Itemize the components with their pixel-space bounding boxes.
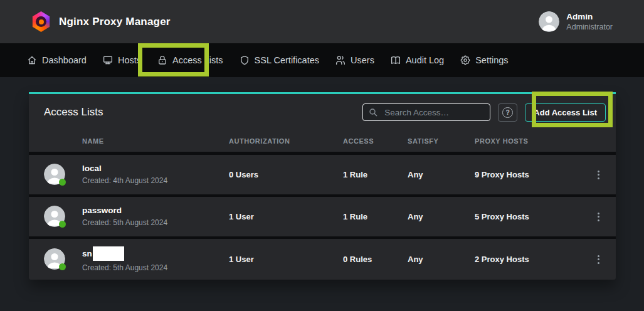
nav-item-label: Dashboard <box>42 55 87 65</box>
user-text: Admin Administrator <box>566 12 613 31</box>
access-lists-panel: Access Lists ? Add Access List NAME AUTH… <box>29 92 616 280</box>
access-cell: 1 Rule <box>343 212 408 221</box>
name-lines: local Created: 4th August 2024 <box>82 164 167 186</box>
proxy-hosts-cell: 5 Proxy Hosts <box>475 212 581 221</box>
authorization-cell: 0 Users <box>229 170 343 179</box>
column-header-name: NAME <box>29 137 229 145</box>
satisfy-cell: Any <box>408 170 475 179</box>
avatar-icon <box>539 11 559 32</box>
status-online-dot <box>59 179 66 186</box>
nav-item-label: Access Lists <box>172 55 223 65</box>
user-menu[interactable]: Admin Administrator <box>539 11 613 32</box>
row-actions-menu-icon[interactable] <box>594 209 603 225</box>
status-online-dot <box>59 221 66 228</box>
authorization-cell: 1 User <box>229 212 343 221</box>
user-role: Administrator <box>566 23 613 31</box>
logo-core <box>36 16 46 27</box>
created-date: Created: 4th August 2024 <box>82 176 167 185</box>
nav-item-label: SSL Certificates <box>255 55 319 65</box>
table-row[interactable]: password Created: 5th August 2024 1 User… <box>29 197 616 236</box>
user-avatar <box>539 11 559 32</box>
gear-icon <box>460 55 471 66</box>
row-actions-menu-icon[interactable] <box>594 251 603 268</box>
nav-item-ssl-certificates[interactable]: SSL Certificates <box>239 55 319 66</box>
name-cell: sn Created: 5th August 2024 <box>29 246 229 272</box>
name-cell: password Created: 5th August 2024 <box>29 206 229 228</box>
help-icon: ? <box>502 107 513 118</box>
book-icon <box>390 55 401 66</box>
nav-item-users[interactable]: Users <box>335 55 374 66</box>
app-logo-icon <box>31 11 51 32</box>
nav-item-label: Settings <box>475 55 508 65</box>
column-header-satisfy: SATISFY <box>408 137 475 145</box>
table-row[interactable]: local Created: 4th August 2024 0 Users 1… <box>29 155 616 194</box>
help-button[interactable]: ? <box>498 103 517 122</box>
page-title: Access Lists <box>44 106 362 119</box>
nav-item-label: Audit Log <box>406 55 444 65</box>
name-cell: local Created: 4th August 2024 <box>29 164 229 186</box>
created-date: Created: 5th August 2024 <box>82 263 167 272</box>
name-lines: sn Created: 5th August 2024 <box>82 246 167 272</box>
row-actions-menu-icon[interactable] <box>594 167 603 183</box>
column-header-access: ACCESS <box>343 137 408 145</box>
column-header-proxy-hosts: PROXY HOSTS <box>475 137 581 145</box>
table-header: NAME AUTHORIZATION ACCESS SATISFY PROXY … <box>29 130 616 152</box>
nav-item-label: Users <box>351 55 374 65</box>
nginx-proxy-manager-app: { "header": { "app_title": "Nginx Proxy … <box>0 0 644 311</box>
proxy-hosts-cell: 2 Proxy Hosts <box>475 255 581 264</box>
users-icon <box>335 55 346 66</box>
nav-item-settings[interactable]: Settings <box>460 55 508 66</box>
nav-item-hosts[interactable]: Hosts <box>102 55 141 66</box>
nav-item-access-lists[interactable]: Access Lists <box>157 55 223 66</box>
authorization-cell: 1 User <box>229 255 343 264</box>
column-header-authorization: AUTHORIZATION <box>229 137 343 145</box>
table-row[interactable]: sn Created: 5th August 2024 1 User 0 Rul… <box>29 239 616 280</box>
nav-item-label: Hosts <box>118 55 141 65</box>
proxy-hosts-cell: 9 Proxy Hosts <box>475 170 581 179</box>
nav-item-dashboard[interactable]: Dashboard <box>26 55 87 66</box>
shield-icon <box>239 55 250 66</box>
main-nav: Dashboard Hosts Access Lists SSL Certifi… <box>0 43 644 77</box>
created-date: Created: 5th August 2024 <box>82 218 167 227</box>
panel-header: Access Lists ? Add Access List <box>29 94 616 130</box>
satisfy-cell: Any <box>408 212 475 221</box>
app-title: Nginx Proxy Manager <box>59 16 171 28</box>
app-header: Nginx Proxy Manager Admin Administrator <box>0 0 644 43</box>
add-access-list-button[interactable]: Add Access List <box>525 103 606 122</box>
row-avatar <box>44 206 65 227</box>
nav-item-audit-log[interactable]: Audit Log <box>390 55 444 66</box>
brand: Nginx Proxy Manager <box>31 11 171 32</box>
search-icon <box>368 107 378 117</box>
search-input[interactable] <box>362 103 490 121</box>
status-online-dot <box>59 263 66 270</box>
access-cell: 1 Rule <box>343 170 408 179</box>
logo-dot <box>39 19 44 24</box>
monitor-icon <box>102 55 113 66</box>
name-lines: password Created: 5th August 2024 <box>82 206 167 228</box>
access-list-name: password <box>82 206 167 216</box>
search-box <box>362 103 490 121</box>
lock-icon <box>157 55 168 66</box>
access-cell: 0 Rules <box>343 255 408 264</box>
user-name: Admin <box>566 12 613 21</box>
row-avatar <box>44 164 65 185</box>
redaction-box <box>93 246 124 261</box>
home-icon <box>26 55 38 66</box>
satisfy-cell: Any <box>408 255 475 264</box>
row-avatar <box>44 248 65 270</box>
access-list-name: local <box>82 164 167 174</box>
access-list-name: sn <box>82 246 167 261</box>
